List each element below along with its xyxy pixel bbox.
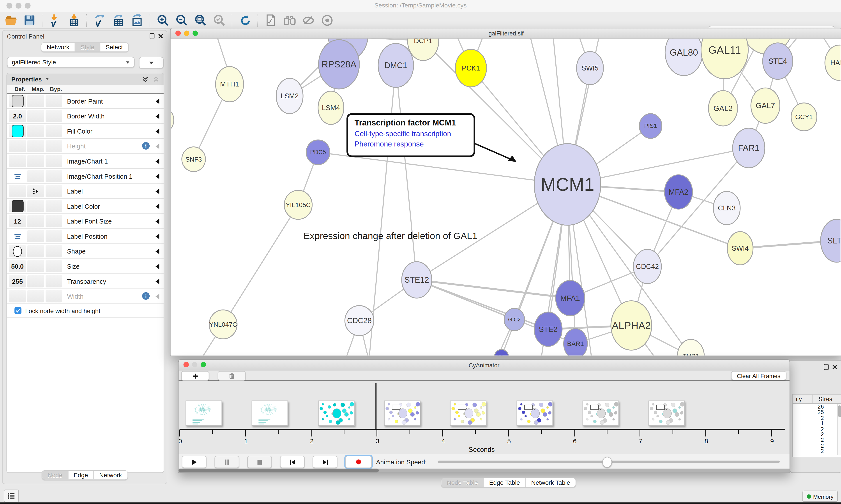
column-header[interactable]: Stres — [819, 396, 832, 402]
export-image-button[interactable] — [131, 14, 144, 27]
show-graphics-button[interactable] — [321, 14, 334, 27]
column-header[interactable]: ity — [796, 396, 802, 402]
expand-property-icon[interactable] — [156, 189, 159, 194]
bypass-cell[interactable] — [46, 290, 62, 302]
bypass-cell[interactable] — [46, 230, 62, 242]
tab-style[interactable]: Style — [75, 43, 100, 51]
network-node-BAR1[interactable]: BAR1 — [564, 329, 587, 355]
network-window-titlebar[interactable]: galFiltered.sif — [171, 29, 841, 39]
network-node-unlabeled[interactable] — [495, 350, 508, 356]
network-node-STE4[interactable]: STE4 — [763, 43, 793, 79]
network-node-SWI4[interactable]: SWI4 — [727, 232, 753, 265]
mapping-cell[interactable] — [28, 275, 44, 287]
add-frame-button[interactable] — [181, 371, 209, 381]
bypass-cell[interactable] — [46, 275, 62, 287]
network-node-STE2[interactable]: STE2 — [534, 312, 562, 346]
network-node-MFA2[interactable]: MFA2 — [664, 175, 692, 209]
go-to-start-button[interactable] — [280, 456, 305, 468]
network-node-MTH1[interactable]: MTH1 — [215, 67, 243, 102]
animation-speed-slider[interactable] — [437, 461, 780, 463]
style-options-button[interactable] — [139, 57, 164, 69]
mapping-cell[interactable] — [28, 185, 44, 197]
close-panel-icon[interactable] — [158, 34, 163, 38]
bypass-cell[interactable] — [46, 185, 62, 197]
bypass-cell[interactable] — [46, 260, 62, 272]
go-to-end-button[interactable] — [313, 456, 338, 468]
zoom-selected-button[interactable] — [213, 14, 226, 27]
style-selector-dropdown[interactable]: galFiltered Style — [7, 57, 135, 68]
tab-node[interactable]: Node — [42, 471, 68, 479]
mapping-cell[interactable] — [28, 95, 44, 107]
float-panel-icon[interactable] — [824, 364, 829, 370]
network-canvas[interactable]: RPS28BRPS28ADMC1DCP1PCK1MTH1LSM2LSM4SNF3… — [171, 38, 841, 355]
expand-property-icon[interactable] — [156, 249, 159, 254]
default-value-cell[interactable] — [9, 170, 26, 182]
bypass-cell[interactable] — [46, 245, 62, 257]
zoom-in-button[interactable] — [157, 14, 169, 27]
expand-property-icon[interactable] — [156, 99, 159, 104]
close-panel-icon[interactable] — [833, 364, 837, 370]
tab-network-table[interactable]: Network Table — [525, 478, 575, 487]
default-value-cell[interactable] — [9, 140, 26, 152]
default-value-cell[interactable]: 12 — [9, 215, 26, 227]
zoom-fit-button[interactable] — [194, 14, 207, 27]
expand-property-icon[interactable] — [156, 279, 159, 284]
network-node-PDC5[interactable]: PDC5 — [306, 140, 330, 165]
network-node-LSM2[interactable]: LSM2 — [276, 78, 303, 114]
expand-property-icon[interactable] — [156, 174, 159, 179]
network-node-PIS1[interactable]: PIS1 — [639, 114, 662, 138]
mapping-cell[interactable] — [28, 260, 44, 272]
network-node-CDC28[interactable]: CDC28 — [345, 306, 374, 336]
network-node-SNF3[interactable]: SNF3 — [182, 147, 205, 172]
mapping-cell[interactable] — [28, 110, 44, 122]
expand-property-icon[interactable] — [156, 129, 159, 134]
network-node-FAR1[interactable]: FAR1 — [733, 128, 765, 168]
delete-frame-button[interactable] — [218, 371, 246, 381]
bypass-cell[interactable] — [46, 140, 62, 152]
tab-edge-table[interactable]: Edge Table — [483, 478, 525, 487]
bypass-cell[interactable] — [46, 95, 62, 107]
expand-property-icon[interactable] — [156, 294, 159, 299]
expand-property-icon[interactable] — [156, 219, 159, 224]
mapping-cell[interactable] — [28, 140, 44, 152]
play-button[interactable] — [182, 456, 207, 468]
default-value-cell[interactable] — [9, 245, 26, 257]
network-node-LSM4[interactable]: LSM4 — [318, 91, 344, 124]
open-session-button[interactable] — [4, 14, 17, 27]
network-overview-button[interactable] — [264, 14, 277, 27]
network-node-GCY1[interactable]: GCY1 — [791, 103, 817, 131]
mapping-cell[interactable] — [28, 215, 44, 227]
network-node-CDC42[interactable]: CDC42 — [633, 249, 661, 284]
network-node-PCK1[interactable]: PCK1 — [455, 49, 486, 87]
info-icon[interactable]: i — [142, 292, 149, 300]
expand-property-icon[interactable] — [156, 264, 159, 269]
tab-network[interactable]: Network — [41, 43, 75, 51]
network-node-SLT2[interactable]: SLT2 — [821, 219, 841, 262]
clear-all-frames-button[interactable]: Clear All Frames — [731, 371, 786, 380]
default-value-cell[interactable] — [9, 155, 26, 167]
export-network-button[interactable] — [93, 14, 106, 27]
default-value-cell[interactable] — [9, 185, 26, 197]
network-node-SWI5[interactable]: SWI5 — [577, 51, 603, 85]
show-panels-button[interactable] — [4, 489, 19, 502]
network-node-STE12[interactable]: STE12 — [402, 262, 432, 298]
default-value-cell[interactable] — [9, 230, 26, 242]
stop-button[interactable] — [247, 456, 272, 468]
bypass-cell[interactable] — [46, 200, 62, 212]
tab-node-table[interactable]: Node Table — [442, 478, 483, 487]
expand-property-icon[interactable] — [156, 159, 159, 164]
properties-header[interactable]: Properties — [7, 74, 164, 85]
mapping-cell[interactable] — [28, 230, 44, 242]
network-node-GAL2[interactable]: GAL2 — [709, 91, 737, 126]
hide-graphics-button[interactable] — [302, 14, 315, 27]
expand-property-icon[interactable] — [156, 114, 159, 119]
timeline-scrollbar[interactable] — [179, 469, 789, 472]
tab-select[interactable]: Select — [100, 43, 128, 51]
bypass-cell[interactable] — [46, 215, 62, 227]
network-node-unlabeled[interactable] — [171, 107, 174, 133]
slider-handle[interactable] — [602, 457, 612, 468]
cyanimator-timeline[interactable]: 0123456789Seconds — [179, 381, 789, 454]
annotation-link[interactable]: Pheromone response — [355, 139, 467, 149]
mapping-cell[interactable] — [28, 245, 44, 257]
expand-all-icon[interactable] — [142, 76, 148, 82]
